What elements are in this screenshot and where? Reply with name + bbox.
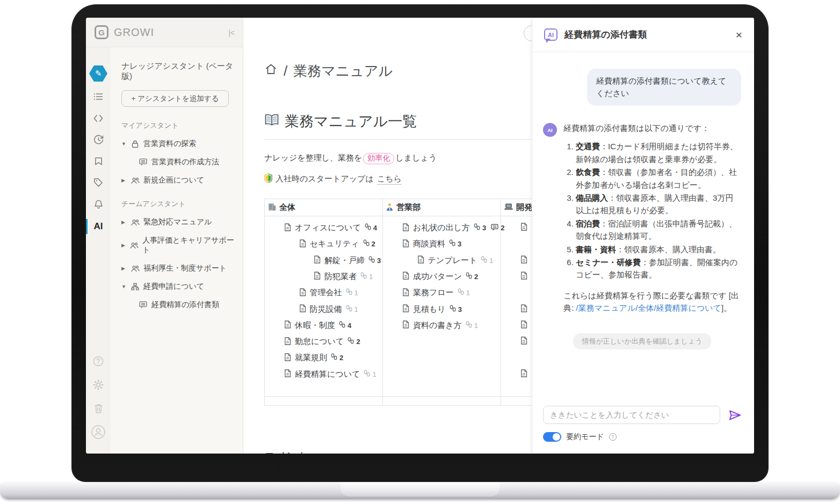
page-link-item[interactable] [520, 255, 531, 265]
document-icon [314, 255, 321, 265]
page-link-item[interactable]: テンプレート1 [417, 255, 494, 266]
sidebar-item[interactable]: ▶福利厚生・制度サポート [121, 264, 235, 273]
caret-right-icon[interactable]: ▶ [121, 220, 127, 225]
history-button[interactable] [86, 129, 111, 150]
document-icon [402, 320, 409, 330]
sidebar-item[interactable]: 経費精算の添付書類 [121, 300, 235, 310]
page-link-item[interactable]: 経費精算について1 [284, 369, 376, 379]
bookmark-button[interactable] [86, 150, 111, 172]
sidebar-collapse-icon[interactable]: |< [228, 28, 234, 37]
page-link-item[interactable]: 防災設備1 [299, 304, 358, 315]
page-link-item[interactable]: 管理会社1 [299, 288, 358, 298]
page-link-item[interactable]: 休暇・制度4 [284, 320, 351, 331]
sidebar-item[interactable]: ▶緊急対応マニュアル [121, 217, 235, 227]
document-icon [520, 223, 527, 232]
page-link-item[interactable] [520, 272, 531, 281]
send-icon[interactable] [729, 410, 741, 421]
page-link-item[interactable]: 成功パターン2 [402, 272, 478, 282]
ai-assistant-panel: AI 経費精算の添付書類 × 経費精算の添付書類について教えてください AI 経… [532, 18, 754, 454]
page-link-label: 商談資料 [413, 239, 445, 249]
ai-avatar: AI [543, 123, 557, 137]
caret-down-icon[interactable]: ▼ [121, 141, 127, 147]
page-link-item[interactable] [520, 304, 531, 314]
visit-count: 3 [482, 224, 486, 232]
expense-description: ：ICカード利用明細または切符半券、新幹線の場合は領収書と乗車券が必要。 [576, 142, 738, 163]
ai-response-closing: これらは経費精算を行う際に必要な書類です [出典: /業務マニュアル/全体/経費… [563, 289, 741, 315]
question-input[interactable] [543, 406, 720, 424]
document-icon [520, 337, 527, 346]
caret-down-icon[interactable]: ▼ [121, 284, 127, 289]
page-link-label: セキュリティ [310, 239, 359, 249]
visit-count: 4 [347, 322, 351, 330]
startup-link[interactable]: こちら [377, 174, 402, 185]
user-avatar[interactable] [86, 420, 111, 444]
visit-count: 3 [458, 305, 462, 313]
page-link-item[interactable]: 業務フロー1 [402, 288, 470, 298]
visit-count: 1 [354, 289, 358, 297]
table-column-footer [265, 396, 382, 405]
footprints-icon [360, 272, 367, 281]
page-link-item[interactable]: 商談資料3 [402, 239, 461, 249]
growi-logo-icon[interactable]: G [95, 25, 108, 39]
add-assistant-button[interactable]: + アシスタントを追加する [121, 90, 229, 107]
laptop-base [0, 483, 840, 499]
notifications-button[interactable] [86, 193, 111, 215]
building-icon [268, 203, 276, 213]
summary-mode-label: 要約モード [566, 432, 604, 442]
ai-chat-icon: AI [544, 28, 557, 41]
visit-count: 3 [458, 240, 461, 248]
home-icon[interactable] [264, 63, 278, 79]
page-link-item[interactable] [520, 369, 531, 379]
sidebar-item[interactable]: ▶人事評価とキャリアサポート [121, 236, 235, 255]
section-heading-text: 業務マニュアル一覧 [285, 112, 417, 131]
code-view-button[interactable] [86, 107, 111, 129]
ai-response-item: セミナー・研修費：参加証明書、開催案内のコピー、参加報告書。 [576, 256, 741, 281]
trash-button[interactable] [86, 397, 111, 420]
create-page-button[interactable]: ✎ [86, 61, 111, 86]
caret-right-icon[interactable]: ▶ [121, 178, 127, 183]
expense-description: ：領収書原本、購入理由書。 [616, 245, 721, 254]
footprints-icon [481, 256, 487, 265]
sidebar-item-label: 営業資料の探索 [143, 139, 196, 149]
caret-right-icon[interactable]: ▶ [121, 266, 127, 271]
page-link-item[interactable]: オフィスについて4 [284, 223, 377, 233]
chat-icon [139, 158, 148, 166]
beginner-mark-icon [264, 173, 272, 185]
page-tree-button[interactable] [86, 86, 111, 107]
ai-response-item: 交通費：ICカード利用明細または切符半券、新幹線の場合は領収書と乗車券が必要。 [576, 140, 741, 165]
document-icon [402, 223, 409, 233]
page-link-item[interactable]: 防犯業者1 [314, 272, 373, 282]
page-link-item[interactable] [520, 320, 531, 330]
page-link-item[interactable]: 解錠・戸締3 [314, 255, 381, 266]
help-button[interactable] [86, 349, 111, 373]
sidebar-item[interactable]: ▶新規企画について [121, 176, 235, 185]
ai-rail-item[interactable]: AI [86, 216, 111, 237]
sidebar-item[interactable]: ▼経費申請について [121, 282, 235, 291]
source-link[interactable]: /業務マニュアル/全体/経費精算について [576, 303, 721, 312]
page-link-item[interactable] [520, 223, 531, 232]
visit-count: 1 [372, 370, 376, 378]
page-link-label: テンプレート [428, 255, 477, 266]
page-link-item[interactable]: お礼状の出し方32 [402, 223, 505, 233]
sidebar-item[interactable]: 営業資料の作成方法 [121, 157, 235, 167]
info-icon[interactable]: ? [609, 433, 617, 441]
page-link-item[interactable]: 資料の書き方1 [402, 320, 478, 331]
page-link-label: 業務フロー [413, 288, 454, 298]
expense-category: 備品購入 [576, 193, 608, 202]
settings-button[interactable] [86, 373, 111, 397]
page-link-item[interactable]: 見積もり3 [402, 304, 462, 315]
heading-divider [264, 139, 532, 140]
tag-button[interactable] [86, 172, 111, 193]
sidebar-item-label: 福利厚生・制度サポート [143, 264, 227, 273]
table-column-body: オフィスについて4セキュリティ2解錠・戸締3防犯業者1管理会社1防災設備1休暇・… [265, 216, 382, 396]
caret-right-icon[interactable]: ▶ [121, 243, 126, 248]
sidebar-item[interactable]: ▼営業資料の探索 [121, 139, 235, 149]
summary-mode-toggle[interactable] [543, 432, 561, 442]
page-link-item[interactable]: セキュリティ2 [299, 239, 375, 249]
document-icon [520, 304, 527, 314]
page-link-item[interactable]: 勤怠について2 [284, 337, 360, 347]
page-link-item[interactable]: 就業規則2 [284, 353, 343, 363]
people-icon [131, 177, 140, 184]
close-icon[interactable]: × [736, 28, 742, 41]
page-link-item[interactable] [520, 337, 531, 346]
